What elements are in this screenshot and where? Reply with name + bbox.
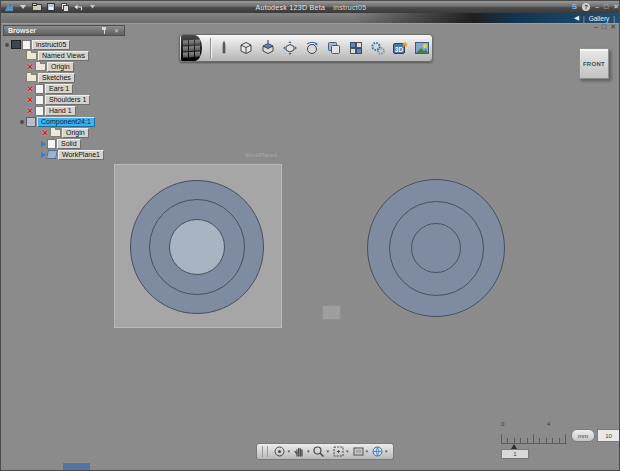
view-cube[interactable]: FRONT (579, 48, 609, 79)
ruler-tick (552, 438, 553, 443)
revolve-icon[interactable] (302, 37, 322, 59)
tree-item-label[interactable]: Origin (47, 62, 74, 72)
left-shape-inner-circle[interactable] (169, 219, 225, 275)
navbar-grip[interactable] (262, 446, 268, 457)
ruler-tick (533, 434, 534, 443)
fit-view-icon[interactable]: ▾ (332, 445, 349, 458)
tree-item-workplane1[interactable]: WorkPlane1 (3, 149, 153, 160)
tree-item-label[interactable]: Sketches (38, 73, 75, 83)
app-title: Autodesk 123D Beta (256, 4, 326, 11)
right-shape-inner-circle[interactable] (411, 223, 461, 273)
123d-logo-icon (183, 39, 200, 57)
sync-doc-icon[interactable] (59, 3, 70, 12)
ruler[interactable] (501, 431, 567, 444)
expander-icon[interactable] (20, 120, 24, 124)
app-logo-icon[interactable] (3, 3, 14, 12)
export-3d-icon[interactable]: 3D (390, 37, 410, 59)
pen-tool-icon[interactable] (214, 37, 234, 59)
dropdown-arrow-icon[interactable]: ▾ (287, 449, 290, 454)
tree-item-label[interactable]: Solid (57, 139, 81, 149)
selection-handle[interactable] (322, 305, 341, 320)
scene-icon[interactable] (412, 37, 432, 59)
title-bar-controls: S ? – □ ✕ (572, 1, 619, 13)
look-at-icon[interactable]: ▾ (371, 445, 388, 458)
tree-item-label[interactable]: WorkPlane1 (58, 150, 104, 160)
mdi-window-controls: – □ ✕ (594, 23, 616, 31)
sync-status-icon[interactable]: S (572, 2, 577, 12)
app-menu-button[interactable] (181, 35, 202, 61)
red-x-icon: ✕ (26, 96, 34, 104)
dropdown-arrow-icon[interactable]: ▾ (326, 449, 329, 454)
unit-button[interactable]: mm (571, 429, 595, 442)
folder-icon (26, 74, 37, 82)
gallery-collapse-icon[interactable]: ◀ (574, 14, 579, 22)
combine-icon[interactable] (324, 37, 344, 59)
tree-item-sketches[interactable]: Sketches (3, 72, 153, 83)
pin-icon[interactable] (100, 27, 109, 35)
tree-item-instruct05[interactable]: instruct05 (3, 39, 153, 50)
tree-item-origin[interactable]: ✕Origin (3, 127, 153, 138)
tree-item-label[interactable]: Named Views (38, 51, 89, 61)
minimize-button[interactable]: – (595, 2, 599, 12)
red-x-icon: ✕ (26, 107, 34, 115)
tree-item-solid[interactable]: Solid (3, 138, 153, 149)
mdi-close-button[interactable]: ✕ (610, 23, 616, 31)
grid-size-box[interactable]: 10 (597, 429, 620, 442)
close-button[interactable]: ✕ (613, 2, 619, 12)
view-cube-front-face[interactable]: FRONT (583, 61, 605, 67)
main-toolbar: 3D (179, 34, 433, 62)
pushpull-icon[interactable] (258, 37, 278, 59)
gallery-label[interactable]: Gallery (589, 15, 610, 22)
taskbar-peek (63, 463, 90, 471)
mdi-maximize-button[interactable]: □ (602, 23, 606, 31)
ruler-value-box[interactable]: 1 (501, 449, 529, 459)
pan-icon[interactable]: ▾ (293, 445, 310, 458)
red-x-icon: ✕ (26, 63, 34, 71)
save-icon[interactable] (45, 3, 56, 12)
folder-icon (26, 52, 37, 60)
quick-access-toolbar (1, 3, 98, 12)
tree-item-label[interactable]: Shoulders 1 (45, 95, 90, 105)
mdi-minimize-button[interactable]: – (594, 23, 598, 31)
dropdown-arrow-icon[interactable]: ▾ (366, 449, 369, 454)
tree-item-named-views[interactable]: Named Views (3, 50, 153, 61)
tree-item-label[interactable]: Ears 1 (45, 84, 73, 94)
page-icon (22, 40, 31, 50)
dropdown-arrow-icon[interactable] (17, 3, 28, 12)
tree-item-shoulders-1[interactable]: ✕Shoulders 1 (3, 94, 153, 105)
help-icon[interactable]: ? (582, 3, 590, 11)
navigation-bar: ▾▾▾▾▾▾ (256, 443, 394, 460)
component-icon (26, 117, 36, 127)
move-icon[interactable] (280, 37, 300, 59)
zoom-icon[interactable]: ▾ (312, 445, 329, 458)
maximize-button[interactable]: □ (604, 2, 608, 12)
more-arrow-icon[interactable] (87, 3, 98, 12)
primitive-box-icon[interactable] (236, 37, 256, 59)
dropdown-arrow-icon[interactable]: ▾ (346, 449, 349, 454)
folder-icon (50, 129, 61, 137)
tree-item-label[interactable]: Origin (62, 128, 89, 138)
pattern-icon[interactable] (346, 37, 366, 59)
expander-icon[interactable] (5, 43, 9, 47)
close-icon[interactable]: ✕ (112, 27, 121, 35)
viewport-icon[interactable]: ▾ (352, 445, 369, 458)
dropdown-arrow-icon[interactable]: ▾ (307, 449, 310, 454)
tree-item-label[interactable]: Hand 1 (45, 106, 76, 116)
workplane-icon (41, 150, 57, 159)
ruler-label-four: 4 (547, 421, 550, 427)
tree-item-component24-1[interactable]: Component24:1 (3, 116, 153, 127)
tree-item-origin[interactable]: ✕Origin (3, 61, 153, 72)
tree-item-hand-1[interactable]: ✕Hand 1 (3, 105, 153, 116)
tree-item-ears-1[interactable]: ✕Ears 1 (3, 83, 153, 94)
svg-text:3D: 3D (395, 46, 404, 53)
tree-item-label[interactable]: instruct05 (32, 40, 70, 50)
orbit-icon[interactable]: ▾ (273, 445, 290, 458)
page-icon (35, 95, 44, 105)
dropdown-arrow-icon[interactable]: ▾ (385, 449, 388, 454)
open-icon[interactable] (31, 3, 42, 12)
tree-item-label[interactable]: Component24:1 (37, 117, 95, 127)
undo-icon[interactable] (73, 3, 84, 12)
gallery-tab[interactable]: ◀ | Gallery | (568, 13, 620, 23)
gears-icon[interactable] (368, 37, 388, 59)
menu-strip: ◀ | Gallery | (1, 13, 620, 24)
